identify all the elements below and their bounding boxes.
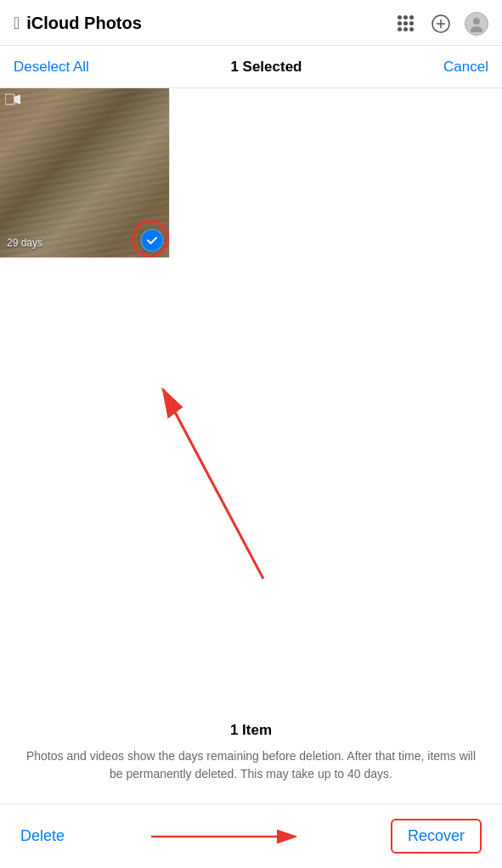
nav-icons [393, 12, 488, 36]
apple-logo-icon:  [14, 14, 20, 33]
top-nav-bar:  iCloud Photos [0, 0, 502, 46]
app-logo:  iCloud Photos [14, 14, 142, 33]
annotation-circle [132, 220, 169, 257]
selection-count: 1 Selected [230, 59, 302, 76]
add-icon[interactable] [429, 12, 453, 36]
photo-thumbnail[interactable]: 29 days [0, 88, 170, 258]
svg-rect-5 [5, 94, 14, 104]
avatar-icon[interactable] [465, 12, 488, 36]
info-description: Photos and videos show the days remainin… [25, 747, 477, 783]
photo-grid: 29 days 1 Item Photos and videos show th… [0, 88, 502, 803]
bottom-arrow-annotation [143, 820, 313, 854]
video-indicator-icon [5, 93, 20, 105]
recover-button[interactable]: Recover [391, 819, 482, 854]
info-section: 1 Item Photos and videos show the days r… [0, 705, 502, 803]
app-title: iCloud Photos [26, 14, 142, 33]
cancel-button[interactable]: Cancel [443, 59, 488, 76]
grid-view-icon[interactable] [393, 12, 417, 36]
svg-marker-6 [14, 94, 20, 104]
svg-line-8 [163, 390, 263, 579]
svg-point-4 [471, 26, 482, 32]
item-count-title: 1 Item [25, 722, 477, 739]
photo-image: 29 days [0, 88, 169, 257]
selection-bar: Deselect All 1 Selected Cancel [0, 46, 502, 88]
delete-button[interactable]: Delete [20, 827, 65, 845]
bottom-action-bar: Delete Recover [0, 803, 502, 868]
svg-point-3 [473, 18, 480, 25]
days-remaining-label: 29 days [7, 237, 42, 249]
selection-checkmark[interactable] [140, 228, 164, 252]
deselect-all-button[interactable]: Deselect All [14, 59, 89, 76]
